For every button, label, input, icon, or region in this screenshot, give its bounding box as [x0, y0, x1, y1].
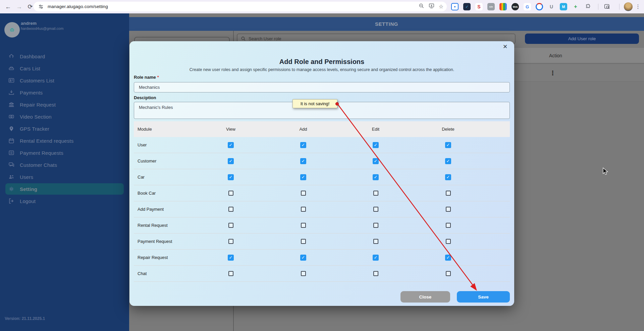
checkbox-add-payment-view[interactable]: [228, 207, 233, 212]
checkbox-book-car-delete[interactable]: [446, 191, 451, 196]
plus-extension-icon[interactable]: +: [572, 3, 579, 10]
checkbox-payment-request-view[interactable]: [228, 239, 233, 244]
download-icon: [8, 89, 15, 96]
search-icon: [241, 36, 246, 41]
checkbox-chat-add[interactable]: [301, 271, 306, 276]
checkbox-car-edit[interactable]: [373, 174, 379, 180]
action-column-header: Action: [549, 48, 562, 64]
site-info-icon[interactable]: [38, 4, 44, 9]
checkbox-rental-request-delete[interactable]: [446, 223, 451, 228]
chat-icon: [8, 161, 15, 168]
install-app-icon[interactable]: [429, 3, 434, 10]
checkbox-book-car-view[interactable]: [228, 191, 233, 196]
checkbox-car-add[interactable]: [300, 174, 306, 180]
checkbox-chat-delete[interactable]: [446, 271, 451, 276]
search-placeholder: Search User role: [249, 36, 281, 41]
calendar-icon: [8, 137, 15, 144]
checkbox-repair-request-edit[interactable]: [373, 255, 379, 261]
back-icon[interactable]: ←: [3, 0, 13, 13]
permission-row-car: Car: [134, 169, 510, 185]
u-extension-icon[interactable]: U: [548, 3, 555, 10]
checkbox-user-delete[interactable]: [445, 142, 451, 148]
sidebar-item-payment-requests[interactable]: Payment Requests: [0, 147, 129, 159]
m-extension-icon[interactable]: M: [560, 3, 567, 10]
permissions-table-header: Module View Add Edit Delete: [134, 121, 510, 137]
checkbox-user-view[interactable]: [228, 142, 234, 148]
checkbox-car-delete[interactable]: [445, 174, 451, 180]
checkbox-chat-view[interactable]: [228, 271, 233, 276]
check-extension-icon[interactable]: ✓: [463, 3, 471, 10]
ring-extension-icon[interactable]: [536, 3, 543, 10]
checkbox-payment-request-add[interactable]: [301, 239, 306, 244]
description-label: Desciption: [134, 95, 156, 100]
checkbox-rental-request-edit[interactable]: [373, 223, 378, 228]
web-extension-icon[interactable]: Web: [512, 3, 519, 10]
checkbox-add-payment-add[interactable]: [301, 207, 306, 212]
checkbox-repair-request-add[interactable]: [300, 255, 306, 261]
checkbox-add-payment-delete[interactable]: [446, 207, 451, 212]
sidebar-item-video-section[interactable]: Video Section: [0, 111, 129, 123]
row-menu-icon[interactable]: ⋮: [550, 64, 556, 82]
seo-extension-icon[interactable]: S: [475, 3, 483, 10]
toolbar-separator: [598, 4, 598, 10]
checkbox-payment-request-edit[interactable]: [373, 239, 378, 244]
checkbox-chat-edit[interactable]: [373, 271, 378, 276]
sidebar-item-rental-extend-requests[interactable]: Rental Extend requests: [0, 135, 129, 147]
extensions-row: ● ✓ S </> Web G U M +: [451, 3, 591, 10]
news-extension-icon[interactable]: [499, 3, 507, 10]
checkbox-customer-edit[interactable]: [373, 158, 379, 164]
sidebar: andrem hardwood4us@gmail.com Dashboard C…: [0, 13, 129, 331]
address-bar[interactable]: manager.alugago.com/setting ☆: [34, 2, 447, 11]
sidebar-item-logout[interactable]: Logout: [0, 195, 129, 207]
extensions-puzzle-icon[interactable]: [584, 3, 591, 10]
contact-card-icon: [8, 77, 15, 84]
sidebar-item-gps-tracker[interactable]: GPS Tracker: [0, 123, 129, 135]
forward-icon[interactable]: →: [14, 0, 24, 13]
checkbox-rental-request-add[interactable]: [301, 223, 306, 228]
sidebar-item-cars-list[interactable]: Cars List: [0, 62, 129, 74]
sidebar-item-customer-chats[interactable]: Customer Chats: [0, 159, 129, 171]
sidebar-item-users[interactable]: Users: [0, 171, 129, 183]
close-icon[interactable]: ✕: [501, 43, 509, 51]
logout-icon: [8, 198, 15, 204]
pip-extension-icon[interactable]: ●: [451, 3, 459, 10]
user-avatar: [4, 22, 20, 38]
toolbar-separator-2: [619, 4, 620, 10]
translate-extension-icon[interactable]: G: [524, 3, 531, 10]
browser-profile-avatar[interactable]: [624, 2, 633, 11]
checkbox-book-car-add[interactable]: [301, 191, 306, 196]
app-version: Version: 21.11.2025.1: [5, 316, 45, 321]
checkbox-add-payment-edit[interactable]: [373, 207, 378, 212]
permission-row-user: User: [134, 137, 510, 153]
bookmark-star-icon[interactable]: ☆: [439, 3, 443, 10]
tab-search-icon[interactable]: [602, 0, 612, 13]
checkbox-customer-delete[interactable]: [445, 158, 451, 164]
sidebar-item-dashboard[interactable]: Dashboard: [0, 50, 129, 62]
checkbox-book-car-edit[interactable]: [373, 191, 378, 196]
save-button[interactable]: Save: [457, 291, 510, 303]
close-button[interactable]: Close: [400, 291, 450, 303]
location-pin-icon: [8, 125, 15, 132]
checkbox-user-add[interactable]: [300, 142, 306, 148]
sidebar-item-setting[interactable]: Setting: [0, 183, 129, 195]
checkbox-user-edit[interactable]: [373, 142, 379, 148]
checkbox-payment-request-delete[interactable]: [446, 239, 451, 244]
browser-menu-icon[interactable]: ⋮: [634, 0, 642, 13]
checkbox-customer-add[interactable]: [300, 158, 306, 164]
checkbox-repair-request-delete[interactable]: [445, 255, 451, 261]
car-icon: [8, 65, 15, 72]
role-name-input[interactable]: [134, 82, 510, 92]
annotation-anchor-dot: [335, 102, 339, 106]
sidebar-item-payments[interactable]: Payments: [0, 86, 129, 98]
checkbox-car-view[interactable]: [228, 174, 234, 180]
permission-row-customer: Customer: [134, 153, 510, 169]
checkbox-customer-view[interactable]: [228, 158, 234, 164]
sidebar-item-customers-list[interactable]: Customers List: [0, 74, 129, 86]
zoom-out-icon[interactable]: [419, 3, 424, 10]
code-extension-icon[interactable]: </>: [487, 3, 495, 10]
checkbox-rental-request-view[interactable]: [228, 223, 233, 228]
checkbox-repair-request-view[interactable]: [228, 255, 234, 261]
add-role-permissions-dialog: ✕ Add Role and Permissions Create new us…: [129, 41, 514, 306]
sidebar-item-repair-request[interactable]: Repair Request: [0, 98, 129, 111]
add-user-role-button[interactable]: Add User role: [525, 34, 639, 44]
